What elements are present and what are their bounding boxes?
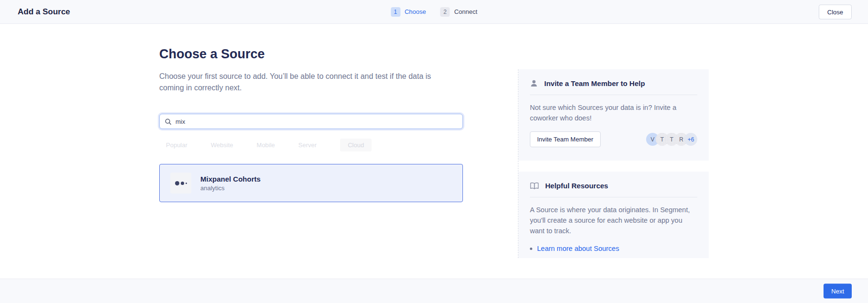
result-category: analytics xyxy=(200,184,261,192)
invite-card-title: Invite a Team Member to Help xyxy=(544,79,645,87)
book-icon xyxy=(530,182,539,190)
footer-bar: Next xyxy=(0,279,868,303)
divider xyxy=(530,197,697,197)
invite-team-card: Invite a Team Member to Help Not sure wh… xyxy=(518,69,709,161)
search-icon xyxy=(165,118,172,125)
add-source-screen: Add a Source 1 Choose 2 Connect Close Ch… xyxy=(0,0,868,303)
resource-links: Learn more about Sources xyxy=(530,245,697,252)
step-choose-label: Choose xyxy=(405,8,426,15)
step-connect-number: 2 xyxy=(440,7,450,17)
tab-popular[interactable]: Popular xyxy=(166,139,187,152)
tab-website[interactable]: Website xyxy=(211,139,233,152)
invite-card-body: Not sure which Sources your data is in? … xyxy=(530,102,695,123)
window-title: Add a Source xyxy=(18,7,70,17)
learn-more-sources-link[interactable]: Learn more about Sources xyxy=(537,245,619,252)
divider xyxy=(530,95,697,95)
result-text: Mixpanel Cohorts analytics xyxy=(200,175,261,192)
page-title: Choose a Source xyxy=(159,47,265,62)
invite-team-member-button[interactable]: Invite Team Member xyxy=(530,131,601,147)
person-icon xyxy=(530,79,538,87)
tab-mobile[interactable]: Mobile xyxy=(257,139,275,152)
team-avatars: V T T R +6 xyxy=(646,133,697,146)
helpful-resources-card: Helpful Resources A Source is where your… xyxy=(518,172,709,258)
step-connect-label: Connect xyxy=(454,8,477,15)
step-connect[interactable]: 2 Connect xyxy=(440,7,477,17)
stepper: 1 Choose 2 Connect xyxy=(391,7,477,17)
resources-card-header: Helpful Resources xyxy=(530,182,697,190)
next-button[interactable]: Next xyxy=(824,284,852,299)
invite-card-header: Invite a Team Member to Help xyxy=(530,79,697,87)
top-bar: Add a Source 1 Choose 2 Connect Close xyxy=(0,0,868,24)
search-input[interactable] xyxy=(176,118,458,125)
bullet-icon xyxy=(530,248,532,250)
tab-server[interactable]: Server xyxy=(298,139,317,152)
resources-card-body: A Source is where your data originates. … xyxy=(530,205,695,236)
source-result-mixpanel-cohorts[interactable]: Mixpanel Cohorts analytics xyxy=(159,164,463,202)
category-tabs: Popular Website Mobile Server Cloud xyxy=(166,139,372,152)
step-choose[interactable]: 1 Choose xyxy=(391,7,426,17)
resources-card-title: Helpful Resources xyxy=(545,182,608,190)
step-choose-number: 1 xyxy=(391,7,400,17)
page-body: Choose a Source Choose your first source… xyxy=(0,24,868,279)
invite-row: Invite Team Member V T T R +6 xyxy=(530,131,697,147)
page-description: Choose your first source to add. You’ll … xyxy=(159,71,457,94)
source-search[interactable] xyxy=(159,114,463,129)
close-button[interactable]: Close xyxy=(819,4,852,19)
resource-list-item: Learn more about Sources xyxy=(530,245,697,252)
avatar-overflow-count: +6 xyxy=(684,133,697,146)
result-title: Mixpanel Cohorts xyxy=(200,175,261,183)
tab-cloud[interactable]: Cloud xyxy=(340,139,372,152)
mixpanel-dots-logo-icon xyxy=(170,173,191,194)
main-content: Choose a Source Choose your first source… xyxy=(159,24,463,279)
